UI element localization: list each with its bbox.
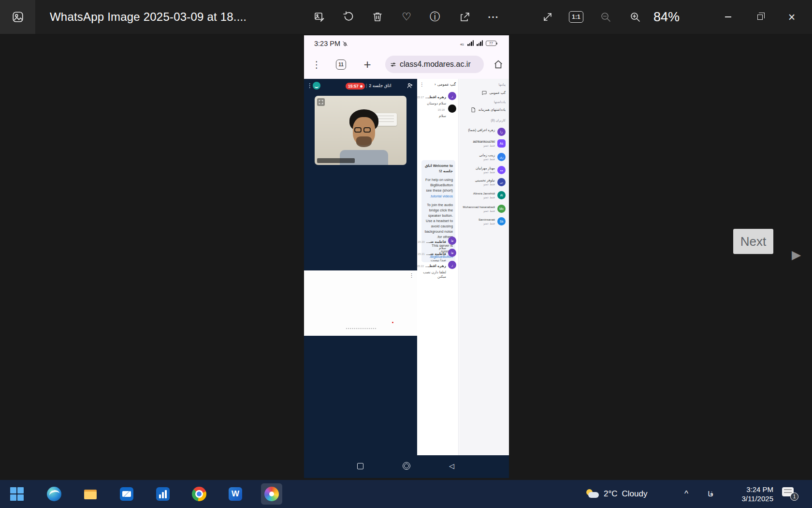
weather-widget[interactable]: 2°C Cloudy	[586, 480, 647, 508]
taskbar-chart-app[interactable]	[152, 483, 174, 505]
user-row[interactable]: مه مهناز مهرابیانفقط عضو	[461, 165, 506, 175]
minimize-button[interactable]	[717, 0, 739, 34]
taskbar-word[interactable]: W	[225, 483, 246, 505]
whiteboard-menu-button[interactable]: ⋮	[409, 272, 414, 279]
signal-icon-1	[467, 40, 474, 46]
site-settings-icon	[390, 61, 396, 68]
user-row[interactable]: Mo Mohammad hasanabadiفقط عضو	[461, 204, 506, 214]
user-row[interactable]: Al Alireza Jamshidiفقط عضو	[461, 191, 506, 200]
messages-section-label: پیامها	[499, 83, 506, 87]
share-button[interactable]	[454, 7, 475, 27]
welcome-title: Welcome to اتاق جلسه 2!	[424, 163, 453, 174]
url-text: class4.modares.ac.ir	[400, 60, 471, 69]
weather-temp: 2°C	[604, 489, 618, 499]
tutorial-videos-link[interactable]: tutorial videos.	[430, 194, 453, 198]
avatar: Al	[497, 191, 506, 199]
avatar: مه	[497, 166, 506, 174]
user-row[interactable]: As ashkankouchkiفقط عضو	[461, 139, 506, 149]
presentation-whiteboard[interactable]: ⋮	[304, 270, 417, 336]
back-button[interactable]: ◁	[449, 462, 454, 470]
zoom-out-button[interactable]	[595, 7, 616, 27]
expand-video-icon[interactable]	[317, 98, 325, 106]
zoom-level: 84%	[653, 0, 680, 34]
edit-image-button[interactable]	[309, 7, 330, 27]
avatar	[448, 105, 456, 113]
photos-logo-icon	[12, 11, 24, 23]
taskbar-photos-active[interactable]	[261, 483, 282, 505]
chrome-toolbar: ⋮ 11 + class4.modares.ac.ir	[304, 53, 509, 76]
meeting-menu-button[interactable]: ⋮	[307, 82, 313, 89]
avatar: زا	[497, 128, 506, 136]
taskbar-mail[interactable]	[116, 483, 137, 505]
chrome-menu-button[interactable]: ⋮	[312, 57, 321, 72]
bbb-logo-icon	[313, 82, 320, 90]
delete-button[interactable]	[367, 7, 388, 27]
fit-to-window-button[interactable]	[537, 7, 558, 27]
actual-size-button[interactable]: 1:1	[566, 7, 587, 27]
chat-menu-button[interactable]: ⋮	[420, 82, 424, 87]
notification-center-button[interactable]: 1	[782, 486, 798, 501]
avatar: فا	[448, 249, 456, 257]
chat-message: ز زهره اقطـ...15:17 سلام دوستان	[419, 91, 456, 105]
battery-icon: 77	[486, 41, 496, 46]
next-arrow-icon[interactable]: ▶	[792, 248, 801, 262]
public-chat-item[interactable]: گپ عمومی	[481, 90, 506, 96]
tray-overflow-button[interactable]: ^	[679, 480, 694, 508]
video-area: ⋮ 15:57 | اتاق جلسه 2	[304, 79, 417, 270]
avatar: As	[497, 139, 506, 148]
participants-icon[interactable]	[406, 82, 413, 91]
status-time: 3:23 PM	[314, 40, 348, 47]
user-row[interactable]: زی زینب زمانیفقط عضو	[461, 152, 506, 162]
windows-logo-icon	[10, 487, 24, 501]
chat-title[interactable]: گپ عمومی ‹	[435, 82, 456, 87]
taskbar-clock[interactable]: 3:24 PM 3/11/2025	[723, 480, 773, 508]
language-indicator[interactable]: فا	[703, 480, 718, 508]
tray-date: 3/11/2025	[741, 494, 773, 503]
more-options-button[interactable]: ···	[483, 7, 504, 27]
zoom-in-button[interactable]	[624, 7, 646, 27]
mail-icon	[120, 487, 133, 501]
shared-notes-item[interactable]: یادداشتهای همزمانه	[470, 106, 506, 113]
avatar: زی	[497, 153, 506, 161]
chat-message: ز زهره اقطـ...15:22 لطفا دارن نصب میکنن	[419, 260, 456, 279]
slide-footer-text	[346, 328, 377, 329]
start-button[interactable]	[6, 483, 28, 505]
taskbar-chrome[interactable]	[188, 483, 210, 505]
android-nav-bar: ◁	[304, 455, 509, 478]
recents-button[interactable]	[357, 463, 363, 469]
user-row[interactable]: Sa Saminsanatiفقط عضو	[461, 217, 506, 226]
avatar: نی	[497, 178, 506, 186]
close-button[interactable]: ×	[781, 0, 803, 34]
weather-condition: Cloudy	[622, 489, 648, 499]
edge-icon	[47, 487, 61, 501]
notes-icon	[470, 106, 477, 113]
meeting-header: ⋮ 15:57 | اتاق جلسه 2	[304, 81, 417, 92]
chat-message: 15:18 سلام	[419, 104, 456, 118]
restore-button[interactable]	[749, 0, 771, 34]
user-row[interactable]: نی نیلوفر تحسینیفقط عضو	[461, 178, 506, 187]
users-section-label: کاربران (8)	[491, 119, 506, 122]
user-row[interactable]: زا زهره اعرافی (شما)	[461, 127, 506, 137]
video-area-lower	[304, 336, 417, 455]
taskbar-edge[interactable]	[44, 483, 65, 505]
home-nav-button[interactable]	[403, 462, 410, 470]
favorite-button[interactable]: ♡	[396, 7, 417, 27]
new-tab-button[interactable]: +	[361, 56, 374, 73]
home-button[interactable]	[492, 58, 505, 71]
taskbar-file-explorer[interactable]	[80, 483, 101, 505]
word-icon: W	[229, 487, 242, 501]
address-bar[interactable]: class4.modares.ac.ir	[385, 56, 484, 73]
photos-titlebar: WhatsApp Image 2025-03-09 at 18.... ♡ ⓘ …	[0, 0, 812, 34]
network-type-label: 4G	[460, 43, 464, 46]
public-chat-panel: ⋮ گپ عمومی ‹ ز زهره اقطـ...15:17 سلام دو…	[417, 79, 459, 455]
phone-screenshot-image: 3:23 PM 4G 77 ⋮ 11 + class4.modares.ac.i…	[304, 35, 509, 478]
windows-taskbar: W 2°C Cloudy ^ فا 3:24 PM 3/11/2025 1	[0, 480, 812, 508]
webcam-tile[interactable]	[315, 96, 406, 165]
room-title: | اتاق جلسه 2	[366, 83, 392, 88]
tab-counter-button[interactable]: 11	[336, 60, 346, 70]
rotate-button[interactable]	[338, 7, 359, 27]
info-button[interactable]: ⓘ	[424, 7, 446, 27]
recording-badge[interactable]: 15:57	[346, 83, 365, 90]
photos-app-icon[interactable]	[0, 0, 35, 34]
next-image-button[interactable]: Next	[733, 229, 773, 254]
